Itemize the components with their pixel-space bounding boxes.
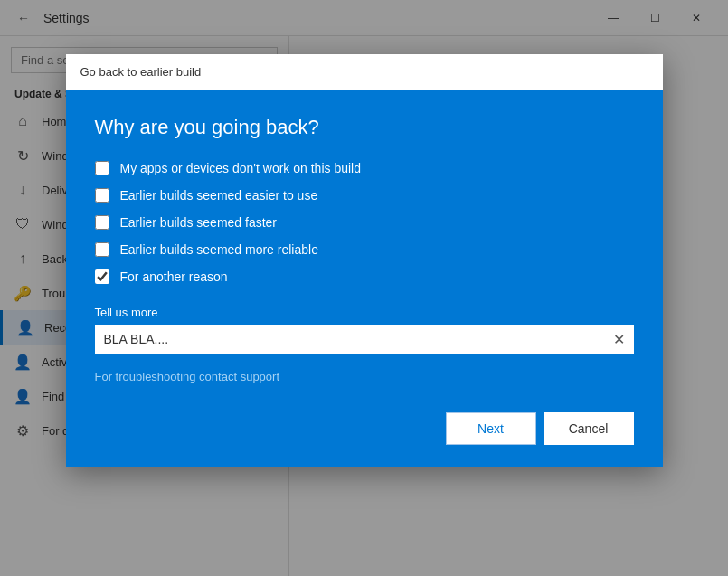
checkbox-item-easier[interactable]: Earlier builds seemed easier to use bbox=[95, 188, 634, 203]
dialog-body: Why are you going back? My apps or devic… bbox=[66, 90, 663, 467]
dialog-heading: Why are you going back? bbox=[95, 116, 634, 139]
support-link[interactable]: For troubleshooting contact support bbox=[95, 370, 280, 383]
dialog-overlay: Go back to earlier build Why are you goi… bbox=[0, 0, 728, 576]
text-input-row: ✕ bbox=[95, 325, 634, 354]
checkbox-label-other: For another reason bbox=[120, 269, 228, 284]
checkbox-label-faster: Earlier builds seemed faster bbox=[120, 215, 278, 230]
checkbox-item-faster[interactable]: Earlier builds seemed faster bbox=[95, 215, 634, 230]
checkbox-faster[interactable] bbox=[95, 215, 109, 230]
dialog-footer: Next Cancel bbox=[95, 405, 634, 445]
checkbox-reliable[interactable] bbox=[95, 242, 109, 257]
checkbox-apps[interactable] bbox=[95, 161, 109, 175]
tell-us-more-input[interactable] bbox=[95, 325, 605, 354]
checkbox-label-apps: My apps or devices don't work on this bu… bbox=[120, 161, 361, 175]
checkbox-other[interactable] bbox=[95, 269, 109, 284]
clear-input-button[interactable]: ✕ bbox=[605, 325, 634, 354]
checkbox-easier[interactable] bbox=[95, 188, 109, 203]
checkbox-list: My apps or devices don't work on this bu… bbox=[95, 161, 634, 284]
checkbox-item-reliable[interactable]: Earlier builds seemed more reliable bbox=[95, 242, 634, 257]
next-button[interactable]: Next bbox=[446, 412, 536, 445]
cancel-button[interactable]: Cancel bbox=[544, 412, 634, 445]
checkbox-label-reliable: Earlier builds seemed more reliable bbox=[120, 242, 318, 257]
checkbox-item-apps[interactable]: My apps or devices don't work on this bu… bbox=[95, 161, 634, 175]
dialog-titlebar: Go back to earlier build bbox=[66, 54, 663, 90]
dialog: Go back to earlier build Why are you goi… bbox=[66, 54, 663, 467]
checkbox-label-easier: Earlier builds seemed easier to use bbox=[120, 188, 318, 203]
checkbox-item-other[interactable]: For another reason bbox=[95, 269, 634, 284]
tell-us-more-label: Tell us more bbox=[95, 306, 634, 319]
